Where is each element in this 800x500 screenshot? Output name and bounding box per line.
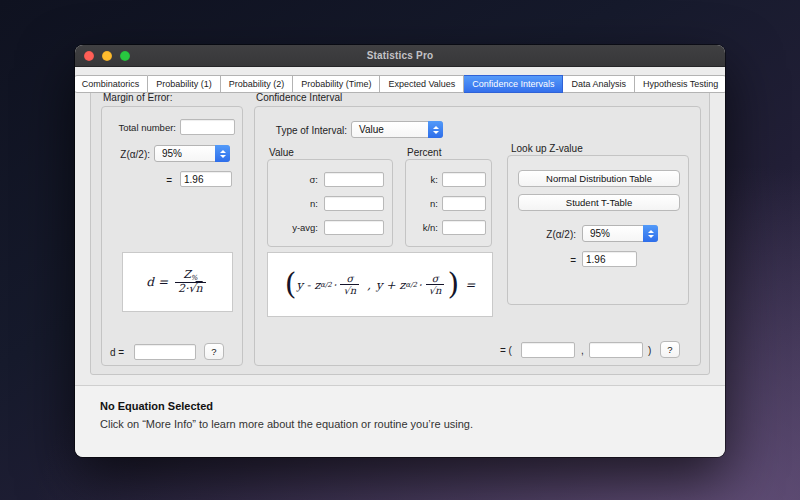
- tab-bar: Combinatorics Probability (1) Probabilit…: [75, 75, 725, 93]
- tab-confidence-intervals[interactable]: Confidence Intervals: [464, 75, 563, 93]
- type-of-interval-value: Value: [359, 124, 384, 135]
- margin-of-error-title: Margin of Error:: [103, 92, 172, 103]
- eq-equals: =: [158, 275, 168, 289]
- confidence-interval-equation: ( y - zα/2· σ √n , y + zα/2· σ √n: [267, 252, 493, 317]
- d-result-input[interactable]: [134, 344, 196, 360]
- window-controls: [84, 51, 130, 61]
- tab-probability-1[interactable]: Probability (1): [148, 75, 221, 93]
- sigma-input[interactable]: [324, 172, 384, 187]
- radical-icon: √: [189, 282, 196, 295]
- sigma-label: σ:: [270, 174, 318, 185]
- app-window: Statistics Pro Combinatorics Probability…: [75, 45, 725, 457]
- value-n-input[interactable]: [324, 196, 384, 211]
- lookup-z-alpha-label: Z(α/2):: [516, 229, 576, 240]
- percent-n-input[interactable]: [442, 196, 486, 211]
- eq-z: Z: [183, 268, 191, 281]
- zoom-button[interactable]: [120, 51, 130, 61]
- result-close-label: ): [648, 345, 651, 356]
- total-number-input[interactable]: [180, 119, 235, 135]
- normal-distribution-table-button[interactable]: Normal Distribution Table: [518, 170, 680, 187]
- close-paren: ): [447, 269, 459, 299]
- lookup-z-alpha-value: 95%: [590, 228, 610, 239]
- footer-title: No Equation Selected: [100, 400, 700, 412]
- main-content: Combinatorics Probability (1) Probabilit…: [75, 67, 725, 385]
- z-alpha-selected-value: 95%: [162, 148, 182, 159]
- percent-group-title: Percent: [407, 147, 441, 158]
- value-group-title: Value: [269, 147, 294, 158]
- value-group-box: σ: n: y-avg:: [267, 159, 393, 247]
- eq-right-dot: ·: [418, 278, 422, 292]
- result-low-input[interactable]: [521, 342, 575, 358]
- z-equals-label: =: [106, 175, 172, 186]
- z-alpha-select[interactable]: 95%: [154, 145, 230, 162]
- eq-comma: ,: [367, 278, 371, 292]
- confidence-interval-title: Confidence Interval: [256, 92, 342, 103]
- eq-radicand: n: [196, 282, 203, 295]
- tab-probability-2[interactable]: Probability (2): [221, 75, 294, 93]
- type-of-interval-select[interactable]: Value: [351, 121, 443, 138]
- type-of-interval-label: Type of Interval:: [271, 125, 347, 136]
- popup-arrows-icon: [428, 121, 443, 138]
- result-comma-label: ,: [581, 345, 584, 356]
- percent-group-box: k: n: k/n:: [405, 159, 492, 247]
- tab-expected-values[interactable]: Expected Values: [380, 75, 464, 93]
- open-paren: (: [285, 269, 297, 299]
- minimize-button[interactable]: [102, 51, 112, 61]
- eq-radicand-left: n: [350, 285, 356, 296]
- popup-arrows-icon: [215, 145, 230, 162]
- z-result-input[interactable]: [180, 171, 232, 187]
- margin-of-error-help-button[interactable]: ?: [204, 343, 224, 360]
- eq-right-sub: α/2: [405, 281, 417, 289]
- student-t-table-button[interactable]: Student T-Table: [518, 194, 680, 211]
- eq-z-sub: %: [191, 274, 198, 282]
- tab-hypothesis-testing[interactable]: Hypothesis Testing: [635, 75, 725, 93]
- z-alpha-label: Z(α/2):: [106, 149, 150, 160]
- d-result-label: d =: [110, 347, 124, 358]
- k-over-n-input[interactable]: [442, 220, 486, 235]
- k-input[interactable]: [442, 172, 486, 187]
- eq-den-prefix: 2·: [178, 282, 189, 295]
- k-label: k:: [408, 174, 438, 185]
- percent-n-label: n:: [408, 198, 438, 209]
- close-button[interactable]: [84, 51, 94, 61]
- k-over-n-label: k/n:: [408, 222, 438, 233]
- tab-combinatorics[interactable]: Combinatorics: [75, 75, 148, 93]
- lookup-equals-label: =: [516, 255, 576, 266]
- result-high-input[interactable]: [589, 342, 643, 358]
- confidence-intervals-panel: Margin of Error: Total number: Z(α/2): 9…: [90, 83, 710, 375]
- popup-arrows-icon: [643, 225, 658, 242]
- y-avg-input[interactable]: [324, 220, 384, 235]
- tab-data-analysis[interactable]: Data Analysis: [563, 75, 635, 93]
- eq-left-term: y - z: [296, 278, 320, 292]
- footer-description: Click on “More Info” to learn more about…: [100, 418, 700, 430]
- eq-left-dot: ·: [333, 278, 337, 292]
- info-footer: No Equation Selected Click on “More Info…: [75, 385, 725, 457]
- y-avg-label: y-avg:: [270, 222, 318, 233]
- tab-probability-time[interactable]: Probability (Time): [293, 75, 380, 93]
- lookup-z-alpha-select[interactable]: 95%: [582, 225, 658, 242]
- lookup-group-title: Look up Z-value: [511, 143, 583, 154]
- eq-sigma-left: σ: [343, 273, 356, 285]
- eq-right-term: y + z: [376, 278, 406, 292]
- lookup-z-result-input[interactable]: [582, 251, 637, 267]
- value-n-label: n:: [270, 198, 318, 209]
- eq-d: d: [146, 275, 154, 289]
- eq-equals-sign: =: [465, 278, 475, 292]
- margin-of-error-group: Total number: Z(α/2): 95% = d = Z% 2·√n: [101, 106, 243, 366]
- title-bar[interactable]: Statistics Pro: [75, 45, 725, 67]
- eq-sigma-right: σ: [429, 273, 442, 285]
- eq-left-sub: α/2: [320, 281, 332, 289]
- total-number-label: Total number:: [106, 122, 176, 133]
- confidence-interval-group: Type of Interval: Value Value σ: n: y-av…: [254, 106, 701, 366]
- eq-radicand-right: n: [435, 285, 441, 296]
- result-equals-open-label: = (: [500, 345, 512, 356]
- margin-of-error-equation: d = Z% 2·√n: [122, 252, 233, 312]
- lookup-group-box: Normal Distribution Table Student T-Tabl…: [507, 155, 689, 305]
- confidence-interval-help-button[interactable]: ?: [660, 341, 680, 358]
- window-title: Statistics Pro: [367, 50, 434, 61]
